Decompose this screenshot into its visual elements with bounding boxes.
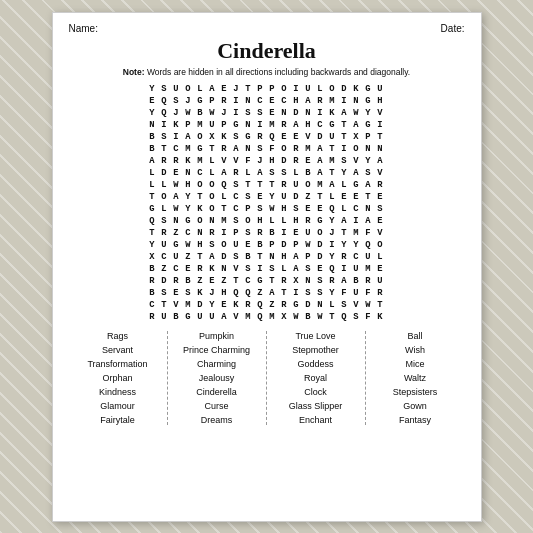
grid-cell: N	[363, 203, 375, 215]
word-item: Mice	[405, 359, 424, 369]
grid-cell: M	[363, 263, 375, 275]
grid-cell: E	[303, 203, 315, 215]
grid-cell: Q	[327, 263, 339, 275]
grid-cell: W	[267, 203, 279, 215]
grid-cell: T	[327, 311, 339, 323]
grid-cell: E	[267, 107, 279, 119]
grid-cell: C	[231, 191, 243, 203]
grid-cell: K	[207, 263, 219, 275]
grid-cell: A	[339, 107, 351, 119]
grid-cell: N	[267, 251, 279, 263]
grid-cell: Z	[171, 227, 183, 239]
grid-cell: A	[183, 131, 195, 143]
grid-cell: E	[279, 131, 291, 143]
grid-cell: N	[315, 299, 327, 311]
grid-cell: H	[183, 179, 195, 191]
grid-cell: O	[315, 227, 327, 239]
grid-cell: B	[303, 167, 315, 179]
grid-cell: I	[351, 215, 363, 227]
grid-cell: A	[267, 287, 279, 299]
word-col-1: RagsServantTransformationOrphanKindnessG…	[69, 331, 168, 425]
grid-cell: P	[231, 227, 243, 239]
grid-cell: I	[171, 131, 183, 143]
grid-cell: R	[255, 131, 267, 143]
grid-cell: E	[183, 263, 195, 275]
grid-cell: C	[351, 203, 363, 215]
grid-cell: G	[327, 119, 339, 131]
grid-cell: G	[147, 203, 159, 215]
word-item: Stepmother	[292, 345, 339, 355]
grid-cell: A	[219, 167, 231, 179]
grid-cell: J	[183, 95, 195, 107]
grid-cell: O	[207, 179, 219, 191]
grid-cell: L	[207, 167, 219, 179]
grid-cell: K	[183, 155, 195, 167]
grid-cell: T	[159, 299, 171, 311]
word-item: Fantasy	[399, 415, 431, 425]
grid-cell: P	[255, 83, 267, 95]
grid-cell: C	[147, 299, 159, 311]
grid-cell: I	[255, 119, 267, 131]
grid-cell: D	[315, 239, 327, 251]
grid-cell: I	[339, 95, 351, 107]
grid-cell: Y	[207, 299, 219, 311]
grid-cell: N	[279, 107, 291, 119]
grid-cell: Y	[147, 83, 159, 95]
grid-cell: R	[291, 155, 303, 167]
grid-cell: C	[159, 251, 171, 263]
grid-cell: Q	[267, 131, 279, 143]
word-search-grid: YSUOLAEJTPPOIULODKGUEQSJGPRINCECHARMINGH…	[147, 83, 387, 323]
grid-cell: D	[279, 239, 291, 251]
grid-cell: Y	[363, 155, 375, 167]
grid-cell: L	[147, 179, 159, 191]
grid-cell: R	[207, 227, 219, 239]
grid-cell: S	[279, 167, 291, 179]
grid-cell: W	[351, 107, 363, 119]
note-prefix: Note:	[123, 67, 145, 77]
grid-cell: F	[363, 287, 375, 299]
date-label: Date:	[441, 23, 465, 34]
grid-cell: V	[231, 311, 243, 323]
grid-cell: S	[243, 227, 255, 239]
grid-cell: E	[315, 263, 327, 275]
grid-cell: O	[183, 83, 195, 95]
grid-cell: R	[279, 119, 291, 131]
grid-cell: X	[291, 275, 303, 287]
grid-cell: L	[339, 179, 351, 191]
grid-cell: A	[339, 215, 351, 227]
grid-cell: R	[219, 143, 231, 155]
grid-cell: Y	[183, 191, 195, 203]
grid-cell: Z	[267, 299, 279, 311]
grid-cell: A	[339, 275, 351, 287]
grid-cell: U	[303, 83, 315, 95]
grid-cell: H	[303, 119, 315, 131]
grid-cell: O	[159, 191, 171, 203]
grid-cell: T	[315, 191, 327, 203]
grid-cell: F	[363, 311, 375, 323]
grid-cell: D	[291, 191, 303, 203]
grid-cell: T	[363, 191, 375, 203]
grid-cell: K	[171, 119, 183, 131]
grid-cell: L	[327, 299, 339, 311]
grid-cell: T	[339, 131, 351, 143]
grid-cell: S	[243, 191, 255, 203]
grid-cell: W	[207, 107, 219, 119]
grid-cell: Q	[255, 311, 267, 323]
note-body: Words are hidden in all directions inclu…	[147, 67, 410, 77]
grid-cell: S	[291, 203, 303, 215]
grid-cell: P	[207, 95, 219, 107]
grid-cell: Q	[339, 311, 351, 323]
grid-cell: R	[315, 95, 327, 107]
grid-cell: H	[255, 215, 267, 227]
grid-cell: Q	[231, 287, 243, 299]
grid-cell: T	[267, 275, 279, 287]
grid-cell: M	[267, 311, 279, 323]
word-item: Enchant	[299, 415, 332, 425]
grid-cell: M	[243, 311, 255, 323]
grid-cell: P	[219, 119, 231, 131]
grid-cell: R	[363, 275, 375, 287]
page-title: Cinderella	[69, 38, 465, 64]
grid-cell: I	[279, 227, 291, 239]
grid-cell: O	[243, 215, 255, 227]
grid-cell: D	[195, 299, 207, 311]
